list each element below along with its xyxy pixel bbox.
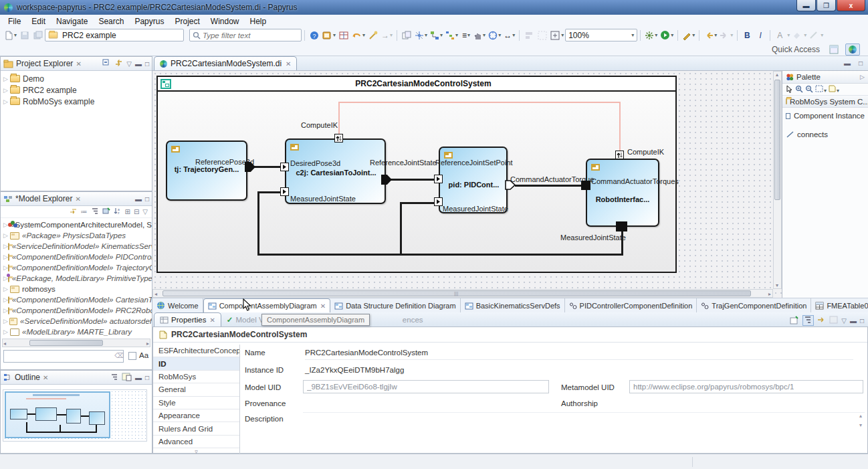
- undo-button[interactable]: ▾: [351, 29, 366, 41]
- match-size-button[interactable]: [536, 29, 548, 41]
- maximize-view-icon[interactable]: □: [145, 60, 149, 68]
- connector-referencejointstate[interactable]: [387, 179, 434, 181]
- diagram-tab-datastructure[interactable]: Data Structure Definition Diagram: [330, 298, 460, 312]
- me-customize-icon[interactable]: [102, 207, 110, 216]
- port-c2j-computeik[interactable]: [334, 134, 343, 143]
- italic-button[interactable]: I: [754, 29, 766, 41]
- editor-minimize-icon[interactable]: ▬: [844, 60, 851, 67]
- maximize-view-icon[interactable]: □: [145, 195, 149, 203]
- side-tabs-scroll-down-icon[interactable]: ▿: [153, 448, 239, 454]
- line-color-button[interactable]: [807, 29, 819, 41]
- editor-tab[interactable]: PRC2CartesianModeSystem.di ✕: [154, 56, 297, 70]
- palette-collapse-icon[interactable]: ▷: [860, 74, 865, 80]
- component-pidcontroller[interactable]: [439, 147, 508, 213]
- model-item[interactable]: ▷ «ComponentDefinitionModel» TrajectoryG: [1, 262, 152, 273]
- hand-tool-button[interactable]: ▾: [473, 29, 486, 41]
- diagram-tab-fmeatable[interactable]: FMEATable0: [811, 298, 868, 312]
- model-item[interactable]: ▷ «ServiceDefinitionModel» actuatorsdef: [1, 316, 152, 326]
- props-new-view-icon[interactable]: [790, 316, 799, 326]
- expand-icon[interactable]: ▷: [3, 87, 10, 94]
- expand-icon[interactable]: ▷: [3, 307, 8, 314]
- model-item[interactable]: ▷ «EPackage, ModelLibrary» PrimitiveType…: [1, 273, 152, 284]
- filter-input[interactable]: [203, 31, 296, 39]
- connector-commandtorque[interactable]: [515, 185, 582, 187]
- case-sensitive-checkbox[interactable]: [128, 352, 136, 360]
- connector-measured-bus[interactable]: [400, 202, 402, 256]
- menu-window[interactable]: Window: [205, 16, 245, 27]
- connector-measured-bus[interactable]: [257, 191, 280, 193]
- menu-papyrus[interactable]: Papyrus: [129, 16, 169, 27]
- model-item[interactable]: ▷ «SystemComponentArchitectureModel, S: [1, 219, 152, 230]
- outline-close-icon[interactable]: ✕: [43, 374, 48, 381]
- connector-computeik[interactable]: [338, 102, 340, 136]
- restore-button[interactable]: ❐: [817, 0, 836, 11]
- side-tab-appearance[interactable]: Appearance: [153, 409, 239, 422]
- expand-icon[interactable]: ▷: [3, 221, 8, 228]
- model-filter-input[interactable]: [3, 350, 124, 363]
- close-button[interactable]: x: [837, 0, 865, 11]
- expand-icon[interactable]: ▷: [3, 264, 8, 271]
- clear-filter-icon[interactable]: ⌫: [114, 352, 124, 359]
- me-expand-all-icon[interactable]: ⊞: [125, 208, 130, 215]
- project-explorer-close-icon[interactable]: ✕: [76, 60, 81, 68]
- model-item[interactable]: ▷ «ModelLibrary» MARTE_Library: [1, 326, 152, 337]
- side-tab-esf[interactable]: ESFArchitectureConcepts: [153, 345, 239, 357]
- model-item[interactable]: ▷ «ComponentDefinitionModel» PRC2Robot: [1, 305, 152, 316]
- description-scroll-down-icon[interactable]: ▾: [859, 422, 862, 428]
- me-collapse-all-icon[interactable]: ⊟: [134, 208, 139, 215]
- editor-maximize-icon[interactable]: □: [859, 60, 863, 67]
- zoom-out-tool-icon[interactable]: [805, 85, 813, 94]
- side-tab-rulers[interactable]: Rulers And Grid: [153, 422, 239, 435]
- new-model-button[interactable]: ▾: [322, 29, 336, 41]
- me-menu-icon[interactable]: ▽: [142, 208, 148, 215]
- port-robot-bottom[interactable]: [616, 221, 627, 231]
- link-button[interactable]: [367, 29, 379, 41]
- select-tool-icon[interactable]: [786, 85, 793, 94]
- menu-navigate[interactable]: Navigate: [51, 16, 93, 27]
- connector-measured-bus[interactable]: [257, 191, 259, 256]
- filter-box[interactable]: [189, 29, 302, 41]
- fill-color-button[interactable]: [790, 29, 802, 41]
- font-color-button[interactable]: A: [774, 29, 786, 41]
- papyrus-perspective-button[interactable]: [845, 43, 860, 56]
- editor-tab-close-icon[interactable]: ✕: [286, 60, 291, 68]
- forward-button[interactable]: →▾: [381, 29, 393, 41]
- minimize-view-icon[interactable]: ▬: [135, 60, 142, 68]
- quick-access-label[interactable]: Quick Access: [772, 45, 820, 54]
- menu-help[interactable]: Help: [245, 16, 272, 27]
- tree-levels-button[interactable]: ▾: [445, 29, 459, 41]
- copy-diagram-button[interactable]: [401, 29, 413, 41]
- palette-item-component-instance[interactable]: Component Instance: [782, 108, 868, 124]
- props-tree-icon[interactable]: [802, 315, 814, 326]
- model-item[interactable]: ▷ robmosys: [1, 284, 152, 294]
- palette-header[interactable]: Palette ▷: [782, 71, 868, 84]
- menu-project[interactable]: Project: [169, 16, 205, 27]
- connector-measured-bus[interactable]: [257, 254, 623, 256]
- model-item[interactable]: ▷ «ComponentDefinitionModel» CartesianTc: [1, 294, 152, 305]
- bold-button[interactable]: B: [741, 29, 753, 41]
- connector-computeik[interactable]: [619, 102, 621, 153]
- canvas-hscrollbar[interactable]: ◂ ▸ |||: [152, 289, 773, 298]
- expand-icon[interactable]: ▷: [3, 243, 8, 250]
- validate-button[interactable]: ▾: [644, 29, 658, 41]
- menu-edit[interactable]: Edit: [26, 16, 51, 27]
- metamodel-uid-input[interactable]: [629, 380, 863, 393]
- diagram-tab-welcome[interactable]: Welcome: [152, 298, 203, 312]
- outline-tree-icon[interactable]: [110, 373, 118, 382]
- run-button[interactable]: ▾: [659, 29, 674, 41]
- expand-icon[interactable]: ▷: [3, 232, 10, 239]
- save-button[interactable]: [19, 29, 31, 41]
- palette-group[interactable]: RobMoSys System C...: [782, 96, 868, 108]
- side-tab-id[interactable]: ID: [153, 357, 239, 370]
- tab-close-icon[interactable]: ✕: [209, 316, 215, 324]
- route-button[interactable]: ▾: [429, 29, 443, 41]
- side-tab-style[interactable]: Style: [153, 397, 239, 409]
- view-menu-icon[interactable]: ▽: [126, 60, 132, 68]
- align-button[interactable]: [523, 29, 535, 41]
- project-item-robmosys[interactable]: ▷ RobMoSys example: [1, 96, 152, 107]
- expand-icon[interactable]: ▷: [3, 254, 8, 260]
- expand-icon[interactable]: ▷: [3, 329, 10, 335]
- props-minimize-icon[interactable]: ▬: [850, 317, 857, 324]
- props-menu-icon[interactable]: ▽: [841, 317, 847, 324]
- port-pid-in1[interactable]: [434, 175, 443, 183]
